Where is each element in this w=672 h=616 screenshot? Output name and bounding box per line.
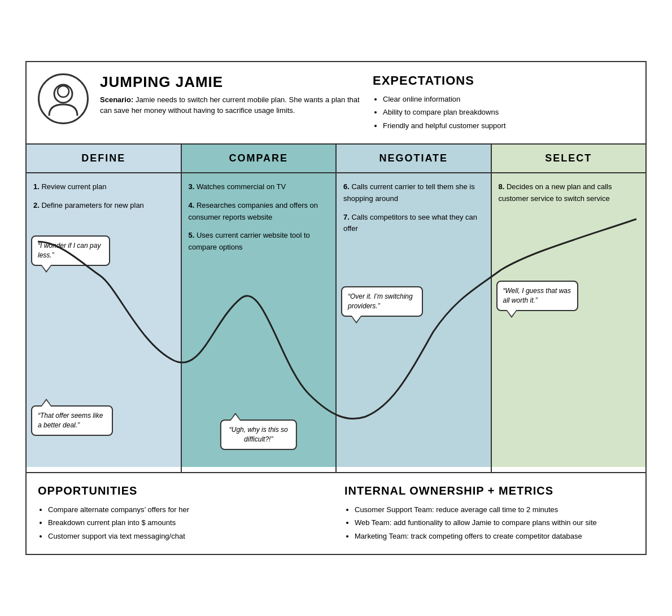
step-7: 7. Calls competitors to see what they ca… xyxy=(343,212,484,235)
opportunities-list: Compare alternate companys’ offers for h… xyxy=(38,503,328,543)
step-4: 4. Researches companies and offers on co… xyxy=(189,200,329,224)
expectation-item: Ability to compare plan breakdowns xyxy=(383,106,634,119)
bubble-define-wonder: “I wonder if I can pay less.” xyxy=(31,235,110,266)
phase-compare-header: COMPARE xyxy=(182,145,336,173)
persona-avatar xyxy=(38,73,89,124)
phase-define-header: DEFINE xyxy=(27,145,181,173)
step-6: 6. Calls current carrier to tell them sh… xyxy=(343,181,484,205)
bubble-select-worth: “Well, I guess that was all worth it.” xyxy=(496,281,578,311)
phase-select-header: SELECT xyxy=(492,145,646,173)
phase-define-body: 1. Review current plan 2. Define paramet… xyxy=(27,173,181,467)
phases-wrapper: DEFINE 1. Review current plan 2. Define … xyxy=(27,145,645,472)
phase-select: SELECT 8. Decides on a new plan and call… xyxy=(492,145,646,472)
expectations-section: EXPECTATIONS Clear online information Ab… xyxy=(373,73,634,132)
persona-scenario: Scenario: Jamie needs to switch her curr… xyxy=(100,94,361,116)
internal-item: Marketing Team: track competing offers t… xyxy=(355,530,634,543)
step-8: 8. Decides on a new plan and calls custo… xyxy=(499,181,639,205)
main-container: JUMPING JAMIE Scenario: Jamie needs to s… xyxy=(25,61,647,555)
bubble-compare-difficult: “Ugh, why is this so difficult?!” xyxy=(220,420,297,450)
step-2: 2. Define parameters for new plan xyxy=(33,200,174,212)
phase-compare: COMPARE 3. Watches commercial on TV 4. R… xyxy=(182,145,337,472)
internal-item: Cusomer Support Team: reduce average cal… xyxy=(355,503,634,516)
bubble-negotiate-over: “Over it. I’m switching providers.” xyxy=(341,286,423,317)
bubble-define-offer: “That offer seems like a better deal.” xyxy=(31,405,113,436)
step-5: 5. Uses current carrier website tool to … xyxy=(189,230,329,254)
phase-define: DEFINE 1. Review current plan 2. Define … xyxy=(27,145,182,472)
expectation-item: Clear online information xyxy=(383,93,634,106)
phase-negotiate-header: NEGOTIATE xyxy=(337,145,491,173)
expectation-item: Friendly and helpful customer support xyxy=(383,119,634,132)
bottom-section: OPPORTUNITIES Compare alternate companys… xyxy=(27,473,645,554)
internal-list: Cusomer Support Team: reduce average cal… xyxy=(344,503,634,543)
internal-item: Web Team: add funtionality to allow Jami… xyxy=(355,516,634,529)
internal-title: INTERNAL OWNERSHIP + METRICS xyxy=(344,484,634,497)
phase-negotiate-body: 6. Calls current carrier to tell them sh… xyxy=(337,173,491,467)
header-section: JUMPING JAMIE Scenario: Jamie needs to s… xyxy=(27,62,645,145)
opportunities-section: OPPORTUNITIES Compare alternate companys… xyxy=(38,484,328,543)
step-1: 1. Review current plan xyxy=(33,181,174,193)
internal-ownership-section: INTERNAL OWNERSHIP + METRICS Cusomer Sup… xyxy=(344,484,634,543)
svg-point-1 xyxy=(58,86,69,97)
phase-compare-body: 3. Watches commercial on TV 4. Researche… xyxy=(182,173,336,467)
persona-info: JUMPING JAMIE Scenario: Jamie needs to s… xyxy=(100,73,361,116)
phase-negotiate: NEGOTIATE 6. Calls current carrier to te… xyxy=(337,145,492,472)
opportunities-title: OPPORTUNITIES xyxy=(38,484,328,497)
opportunity-item: Customer support via text messaging/chat xyxy=(48,530,328,543)
opportunity-item: Compare alternate companys’ offers for h… xyxy=(48,503,328,516)
expectations-list: Clear online information Ability to comp… xyxy=(373,93,634,132)
phase-select-body: 8. Decides on a new plan and calls custo… xyxy=(492,173,646,467)
expectations-title: EXPECTATIONS xyxy=(373,73,634,88)
opportunity-item: Breakdown current plan into $ amounts xyxy=(48,516,328,529)
journey-section: DEFINE 1. Review current plan 2. Define … xyxy=(27,145,645,473)
persona-name: JUMPING JAMIE xyxy=(100,73,361,91)
step-3: 3. Watches commercial on TV xyxy=(189,181,329,193)
